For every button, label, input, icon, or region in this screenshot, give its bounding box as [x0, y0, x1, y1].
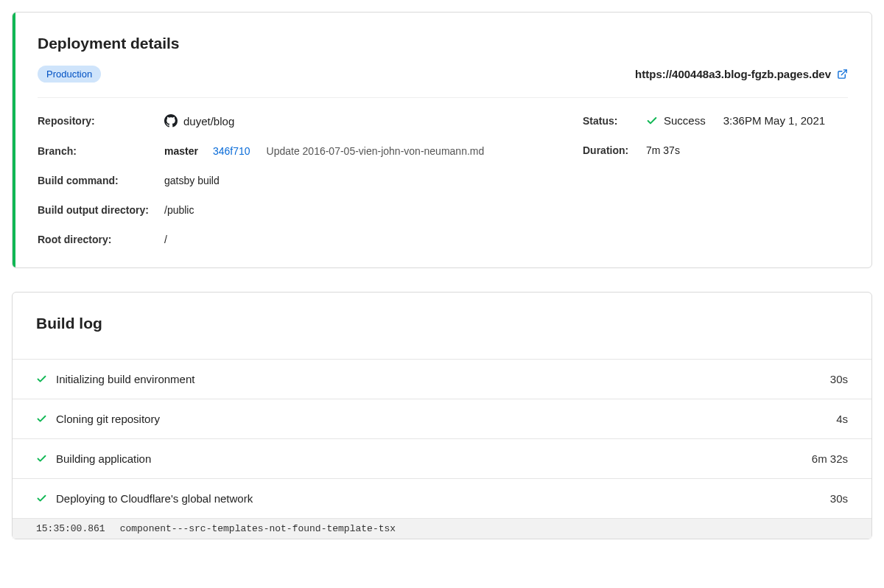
- build-log-title: Build log: [36, 315, 848, 332]
- root-dir-value: /: [164, 234, 167, 245]
- check-icon: [36, 413, 47, 424]
- build-step-duration: 4s: [836, 413, 848, 425]
- check-icon: [36, 453, 47, 464]
- root-dir-label: Root directory:: [38, 234, 164, 245]
- repository-label: Repository:: [38, 115, 164, 127]
- status-text: Success: [664, 114, 706, 127]
- build-step-duration: 30s: [830, 492, 848, 505]
- build-step-clone[interactable]: Cloning git repository 4s: [13, 399, 871, 438]
- build-output-label: Build output directory:: [38, 204, 164, 216]
- deployment-details-card: Deployment details Production https://40…: [12, 12, 872, 268]
- log-output-text: component---src-templates-not-found-temp…: [120, 523, 396, 534]
- build-command-label: Build command:: [38, 175, 164, 186]
- build-step-deploy[interactable]: Deploying to Cloudflare's global network…: [13, 478, 871, 518]
- duration-value: 7m 37s: [646, 144, 680, 156]
- commit-hash-link[interactable]: 346f710: [213, 145, 250, 157]
- github-icon: [164, 114, 178, 127]
- build-log-card: Build log Initializing build environment…: [12, 292, 872, 539]
- build-output-row: Build output directory: /public: [38, 204, 547, 216]
- details-right-column: Status: Success 3:36PM May 1, 2021 Durat…: [583, 114, 848, 245]
- details-left-column: Repository: duyet/blog Branch: master 34…: [38, 114, 547, 245]
- deployment-top-row: Production https://400448a3.blog-fgzb.pa…: [38, 66, 848, 98]
- duration-row: Duration: 7m 37s: [583, 144, 848, 156]
- deployment-url-link[interactable]: https://400448a3.blog-fgzb.pages.dev: [635, 68, 848, 80]
- status-row: Status: Success 3:36PM May 1, 2021: [583, 114, 848, 127]
- repository-row: Repository: duyet/blog: [38, 114, 547, 127]
- branch-name: master: [164, 145, 198, 157]
- build-command-value: gatsby build: [164, 175, 220, 186]
- deployment-url-text: https://400448a3.blog-fgzb.pages.dev: [635, 68, 831, 80]
- build-log-output: 15:35:00.861component---src-templates-no…: [13, 518, 871, 539]
- check-icon: [36, 374, 47, 385]
- build-step-duration: 6m 32s: [812, 452, 848, 465]
- build-step-name: Initializing build environment: [56, 373, 194, 385]
- root-dir-row: Root directory: /: [38, 234, 547, 245]
- log-output-time: 15:35:00.861: [36, 523, 105, 534]
- details-grid: Repository: duyet/blog Branch: master 34…: [38, 114, 848, 245]
- branch-label: Branch:: [38, 145, 164, 157]
- build-output-value: /public: [164, 204, 194, 216]
- build-step-init[interactable]: Initializing build environment 30s: [13, 359, 871, 399]
- deployment-timestamp: 3:36PM May 1, 2021: [723, 114, 825, 127]
- build-command-row: Build command: gatsby build: [38, 175, 547, 186]
- svg-line-0: [841, 70, 846, 75]
- repository-link[interactable]: duyet/blog: [183, 115, 234, 127]
- build-step-name: Cloning git repository: [56, 413, 160, 425]
- build-step-build[interactable]: Building application 6m 32s: [13, 438, 871, 478]
- check-icon: [646, 115, 658, 127]
- status-label: Status:: [583, 115, 646, 127]
- external-link-icon: [837, 69, 848, 80]
- build-step-name: Building application: [56, 452, 151, 465]
- commit-message: Update 2016-07-05-vien-john-von-neumann.…: [267, 145, 485, 157]
- deployment-details-title: Deployment details: [38, 35, 848, 52]
- build-step-name: Deploying to Cloudflare's global network: [56, 492, 253, 505]
- check-icon: [36, 493, 47, 504]
- build-log-header: Build log: [13, 293, 871, 359]
- duration-label: Duration:: [583, 144, 646, 156]
- environment-badge: Production: [38, 66, 101, 83]
- build-step-duration: 30s: [830, 373, 848, 385]
- branch-row: Branch: master 346f710 Update 2016-07-05…: [38, 145, 547, 157]
